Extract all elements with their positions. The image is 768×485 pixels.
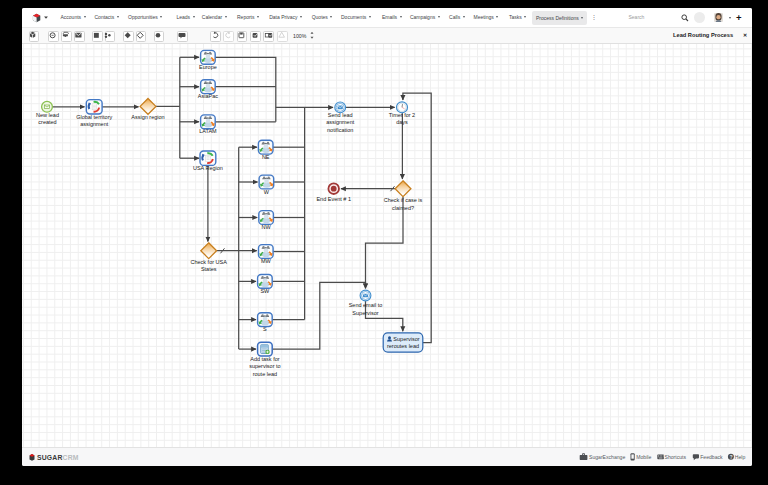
svg-text:notification: notification [327,127,353,133]
svg-text:Add task for: Add task for [250,356,280,362]
svg-text:route lead: route lead [253,371,277,377]
svg-text:assignment: assignment [80,121,109,127]
svg-text:claimed?: claimed? [392,205,414,211]
svg-text:assignment: assignment [326,119,355,125]
svg-text:Check for USA: Check for USA [191,259,228,265]
svg-text:New lead: New lead [36,112,59,118]
svg-text:Supervisor: Supervisor [352,310,378,316]
svg-text:reroutes lead: reroutes lead [387,343,419,349]
svg-text:created: created [38,119,56,125]
svg-text:Timer for 2: Timer for 2 [389,112,415,118]
svg-text:Supervisor: Supervisor [393,336,419,342]
svg-text:Send email to: Send email to [349,302,383,308]
svg-text:days: days [396,119,408,125]
svg-text:supervisor to: supervisor to [249,363,281,369]
svg-text:States: States [201,266,217,272]
svg-text:Check if case is: Check if case is [384,197,423,203]
svg-text:End Event # 1: End Event # 1 [316,196,351,202]
svg-text:Assign region: Assign region [131,114,164,120]
svg-text:Global territory: Global territory [76,114,112,120]
svg-text:Send lead: Send lead [328,112,353,118]
